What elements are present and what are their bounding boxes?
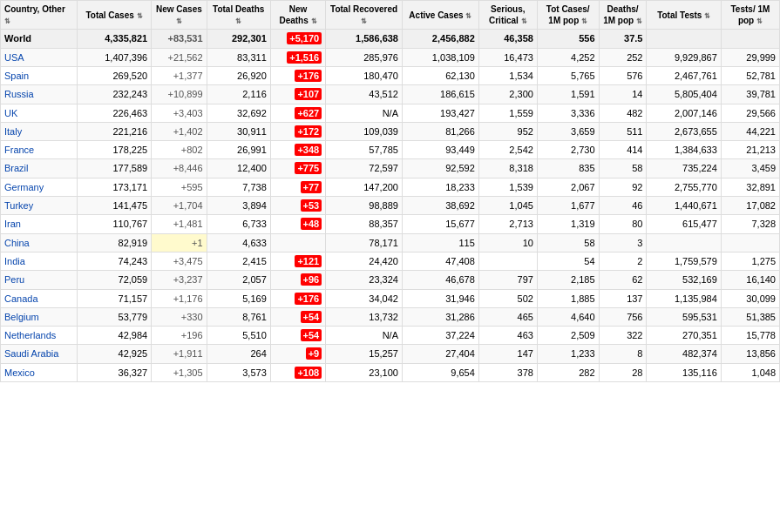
cell-total-cases: 232,243 — [77, 85, 151, 104]
new-deaths-badge: +96 — [301, 273, 322, 286]
cell-total-deaths: 5,169 — [207, 289, 270, 307]
cell-new-deaths: +348 — [270, 141, 325, 159]
sort-icon-tot-per-1m: ⇅ — [581, 17, 587, 25]
cell-total-tests: 2,673,655 — [647, 122, 721, 140]
header-tests-per-1m[interactable]: Tests/ 1M pop ⇅ — [721, 1, 779, 30]
world-active-cases: 2,456,882 — [402, 30, 478, 48]
cell-country: India — [1, 252, 78, 270]
country-link[interactable]: Italy — [4, 126, 22, 137]
cell-deaths-per-1m: 14 — [599, 85, 647, 104]
cell-country: Belgium — [1, 307, 78, 326]
cell-total-cases: 82,919 — [77, 233, 151, 252]
cell-new-cases: +1,481 — [152, 215, 207, 233]
cell-serious: 1,559 — [478, 104, 537, 122]
world-new-cases: +83,531 — [152, 30, 207, 48]
cell-total-deaths: 26,991 — [207, 141, 270, 159]
cell-total-tests: 2,007,146 — [647, 104, 721, 122]
cell-total-deaths: 2,116 — [207, 85, 270, 104]
country-link[interactable]: Mexico — [4, 367, 35, 378]
cell-country: Italy — [1, 122, 78, 140]
cell-tests-per-1m: 17,082 — [721, 197, 779, 215]
cell-tot-per-1m: 58 — [537, 233, 599, 252]
world-total-deaths: 292,301 — [207, 30, 270, 48]
country-link[interactable]: Russia — [4, 89, 34, 99]
country-link[interactable]: Belgium — [4, 312, 39, 322]
cell-active-cases: 92,592 — [402, 159, 478, 178]
header-new-deaths[interactable]: New Deaths ⇅ — [270, 1, 325, 30]
world-deaths-per-1m: 37.5 — [599, 30, 647, 48]
cell-country: Turkey — [1, 197, 78, 215]
cell-tot-per-1m: 1,677 — [537, 197, 599, 215]
country-link[interactable]: Canada — [4, 293, 38, 304]
country-link[interactable]: UK — [4, 108, 17, 118]
header-total-tests[interactable]: Total Tests ⇅ — [647, 1, 721, 30]
covid-stats-table: Country, Other ⇅ Total Cases ⇅ New Cases… — [0, 0, 780, 382]
table-row: Peru 72,059 +3,237 2,057 +96 23,324 46,6… — [1, 271, 780, 289]
country-link[interactable]: USA — [4, 52, 24, 63]
header-country[interactable]: Country, Other ⇅ — [1, 1, 78, 30]
cell-deaths-per-1m: 80 — [599, 215, 647, 233]
country-link[interactable]: Peru — [4, 274, 24, 285]
header-tot-per-1m[interactable]: Tot Cases/ 1M pop ⇅ — [537, 1, 599, 30]
country-link[interactable]: Germany — [4, 182, 44, 192]
country-link[interactable]: Saudi Arabia — [4, 348, 58, 359]
header-active-cases[interactable]: Active Cases ⇅ — [402, 1, 478, 30]
cell-tests-per-1m: 51,385 — [721, 307, 779, 326]
cell-serious: 952 — [478, 122, 537, 140]
cell-total-tests: 615,477 — [647, 215, 721, 233]
cell-total-deaths: 4,633 — [207, 233, 270, 252]
country-link[interactable]: India — [4, 256, 25, 266]
country-link[interactable]: Spain — [4, 71, 29, 81]
header-deaths-per-1m[interactable]: Deaths/ 1M pop ⇅ — [599, 1, 647, 30]
cell-deaths-per-1m: 46 — [599, 197, 647, 215]
cell-new-deaths: +176 — [270, 289, 325, 307]
cell-serious: 502 — [478, 289, 537, 307]
header-total-cases[interactable]: Total Cases ⇅ — [77, 1, 151, 30]
country-link[interactable]: Netherlands — [4, 330, 56, 340]
cell-active-cases: 9,654 — [402, 363, 478, 381]
header-serious[interactable]: Serious, Critical ⇅ — [478, 1, 537, 30]
world-country: World — [1, 30, 78, 48]
cell-total-recovered: 78,171 — [326, 233, 403, 252]
table-row: Belgium 53,779 +330 8,761 +54 13,732 31,… — [1, 307, 780, 326]
world-row: World 4,335,821 +83,531 292,301 +5,170 1… — [1, 30, 780, 48]
world-tot-per-1m: 556 — [537, 30, 599, 48]
cell-total-recovered: 88,357 — [326, 215, 403, 233]
cell-total-cases: 178,225 — [77, 141, 151, 159]
new-deaths-badge: +77 — [301, 181, 322, 193]
cell-serious: 8,318 — [478, 159, 537, 178]
cell-new-cases: +3,403 — [152, 104, 207, 122]
country-link[interactable]: Turkey — [4, 200, 33, 211]
header-new-cases[interactable]: New Cases ⇅ — [152, 1, 207, 30]
cell-new-cases: +1 — [152, 233, 207, 252]
cell-total-cases: 71,157 — [77, 289, 151, 307]
cell-total-cases: 1,407,396 — [77, 48, 151, 66]
country-link[interactable]: China — [4, 238, 30, 248]
cell-new-cases: +1,377 — [152, 66, 207, 84]
cell-total-tests: 482,374 — [647, 345, 721, 363]
cell-deaths-per-1m: 414 — [599, 141, 647, 159]
sort-icon-total-recovered: ⇅ — [361, 17, 367, 25]
cell-new-deaths: +121 — [270, 252, 325, 270]
cell-total-tests: 735,224 — [647, 159, 721, 178]
cell-serious: 465 — [478, 307, 537, 326]
cell-total-tests: 270,351 — [647, 327, 721, 345]
new-deaths-badge: +108 — [295, 367, 322, 379]
cell-tot-per-1m: 835 — [537, 159, 599, 178]
table-row: UK 226,463 +3,403 32,692 +627 N/A 193,42… — [1, 104, 780, 122]
sort-icon-serious: ⇅ — [521, 17, 527, 25]
header-total-recovered[interactable]: Total Recovered ⇅ — [326, 1, 403, 30]
cell-total-recovered: 180,470 — [326, 66, 403, 84]
cell-new-deaths: +1,516 — [270, 48, 325, 66]
cell-tot-per-1m: 282 — [537, 363, 599, 381]
cell-active-cases: 15,677 — [402, 215, 478, 233]
cell-new-cases: +3,237 — [152, 271, 207, 289]
cell-new-deaths — [270, 233, 325, 252]
country-link[interactable]: Iran — [4, 219, 21, 229]
country-link[interactable]: France — [4, 145, 34, 155]
country-link[interactable]: Brazil — [4, 163, 29, 173]
cell-active-cases: 186,615 — [402, 85, 478, 104]
cell-country: Spain — [1, 66, 78, 84]
header-total-deaths[interactable]: Total Deaths ⇅ — [207, 1, 270, 30]
cell-serious: 1,539 — [478, 178, 537, 196]
